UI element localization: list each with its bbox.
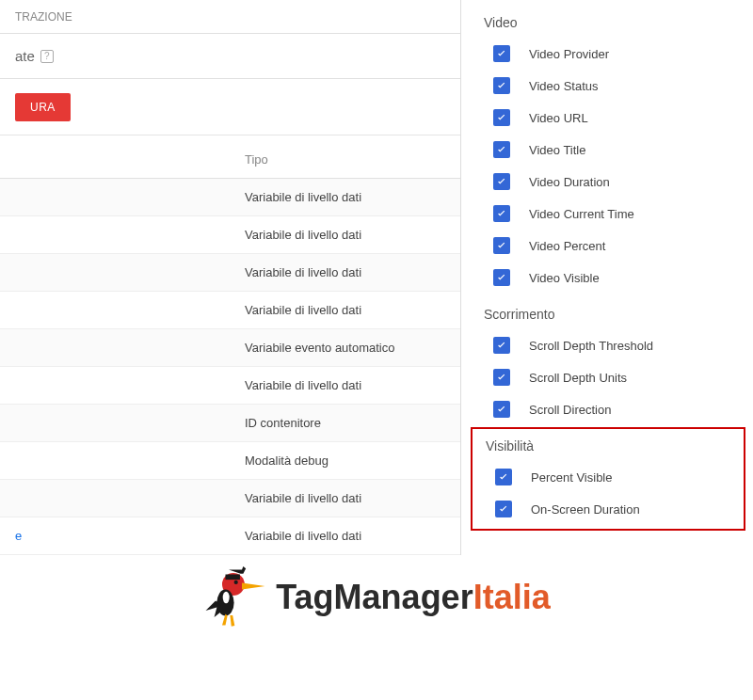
- logo-text: TagManagerItalia: [276, 578, 550, 617]
- checkbox[interactable]: [493, 77, 510, 94]
- checkbox[interactable]: [493, 369, 510, 386]
- row-type: Modalità debug: [245, 453, 460, 468]
- check-label: Video Percent: [529, 239, 605, 253]
- check-label: Video Status: [529, 79, 598, 93]
- table-row[interactable]: Variabile evento automatico: [0, 329, 460, 367]
- check-label: Scroll Direction: [529, 403, 611, 417]
- table-row[interactable]: Variabile di livello dati: [0, 216, 460, 254]
- logo-part2: Italia: [473, 578, 551, 616]
- check-item: Video Visible: [493, 262, 753, 294]
- checkbox[interactable]: [495, 501, 512, 517]
- help-icon[interactable]: ?: [40, 50, 54, 63]
- row-type: Variabile di livello dati: [245, 491, 460, 505]
- check-label: On-Screen Duration: [531, 502, 640, 517]
- checkbox[interactable]: [493, 45, 510, 62]
- check-label: Video Title: [529, 143, 585, 157]
- check-label: Percent Visible: [531, 470, 612, 485]
- check-item: Video Duration: [493, 166, 753, 198]
- table-row[interactable]: ID contenitore: [0, 405, 460, 442]
- row-name[interactable]: e: [0, 529, 245, 543]
- subbar-label: ate: [15, 48, 35, 64]
- checkbox[interactable]: [493, 205, 510, 222]
- row-type: Variabile di livello dati: [245, 378, 460, 392]
- row-type: Variabile di livello dati: [245, 303, 460, 317]
- check-item: Video Percent: [493, 230, 753, 262]
- left-pane: TRAZIONE ate ? URA Tipo Variabile di liv…: [0, 0, 461, 555]
- configure-button[interactable]: URA: [15, 93, 71, 121]
- row-type: Variabile di livello dati: [245, 265, 460, 279]
- row-type: ID contenitore: [245, 416, 460, 430]
- row-type: Variabile evento automatico: [245, 341, 460, 355]
- check-item: Scroll Depth Threshold: [493, 329, 753, 361]
- check-item: Video Current Time: [493, 198, 753, 230]
- top-bar: TRAZIONE: [0, 0, 460, 34]
- sub-bar: ate ?: [0, 34, 460, 79]
- check-item: Percent Visible: [495, 461, 738, 493]
- svg-rect-1: [226, 575, 240, 581]
- checkbox[interactable]: [493, 237, 510, 254]
- svg-point-4: [223, 592, 230, 604]
- checkbox[interactable]: [493, 401, 510, 418]
- section-scroll-title: Scorrimento: [484, 299, 753, 329]
- check-item: Video URL: [493, 102, 753, 134]
- table-row[interactable]: eVariabile di livello dati: [0, 517, 460, 555]
- check-label: Video Visible: [529, 271, 600, 285]
- table-body: Variabile di livello datiVariabile di li…: [0, 179, 460, 555]
- check-item: Video Title: [493, 134, 753, 166]
- woodpecker-icon: [202, 565, 268, 630]
- table-row[interactable]: Variabile di livello dati: [0, 254, 460, 292]
- table-row[interactable]: Variabile di livello dati: [0, 480, 460, 517]
- checkbox[interactable]: [493, 337, 510, 354]
- check-label: Video Provider: [529, 47, 609, 61]
- check-label: Scroll Depth Units: [529, 371, 627, 385]
- visibility-highlight: Visibilità Percent VisibleOn-Screen Dura…: [471, 427, 745, 531]
- row-type: Variabile di livello dati: [245, 190, 460, 204]
- check-item: Scroll Direction: [493, 393, 753, 425]
- checkbox[interactable]: [493, 141, 510, 158]
- checkbox[interactable]: [493, 173, 510, 190]
- section-visibility-title: Visibilità: [484, 431, 738, 461]
- check-item: Scroll Depth Units: [493, 361, 753, 393]
- check-label: Video URL: [529, 111, 588, 125]
- row-type: Variabile di livello dati: [245, 228, 460, 242]
- topbar-label: TRAZIONE: [15, 10, 72, 24]
- check-label: Video Duration: [529, 175, 610, 189]
- logo-part1: TagManager: [276, 578, 473, 616]
- table-row[interactable]: Variabile di livello dati: [0, 367, 460, 405]
- section-video-title: Video: [484, 8, 753, 38]
- checkbox[interactable]: [495, 469, 512, 485]
- check-item: Video Provider: [493, 38, 753, 70]
- table-row[interactable]: Variabile di livello dati: [0, 292, 460, 329]
- check-item: On-Screen Duration: [495, 493, 738, 525]
- column-header-tipo: Tipo: [0, 135, 460, 179]
- checkbox[interactable]: [493, 269, 510, 286]
- table-row[interactable]: Modalità debug: [0, 442, 460, 480]
- footer-logo: TagManagerItalia: [0, 565, 753, 630]
- right-pane: Video Video ProviderVideo StatusVideo UR…: [461, 0, 753, 555]
- check-item: Video Status: [493, 70, 753, 102]
- row-type: Variabile di livello dati: [245, 529, 460, 543]
- svg-point-2: [234, 581, 238, 584]
- action-row: URA: [0, 79, 460, 135]
- checkbox[interactable]: [493, 109, 510, 126]
- check-label: Scroll Depth Threshold: [529, 339, 653, 353]
- check-label: Video Current Time: [529, 207, 634, 221]
- table-row[interactable]: Variabile di livello dati: [0, 179, 460, 216]
